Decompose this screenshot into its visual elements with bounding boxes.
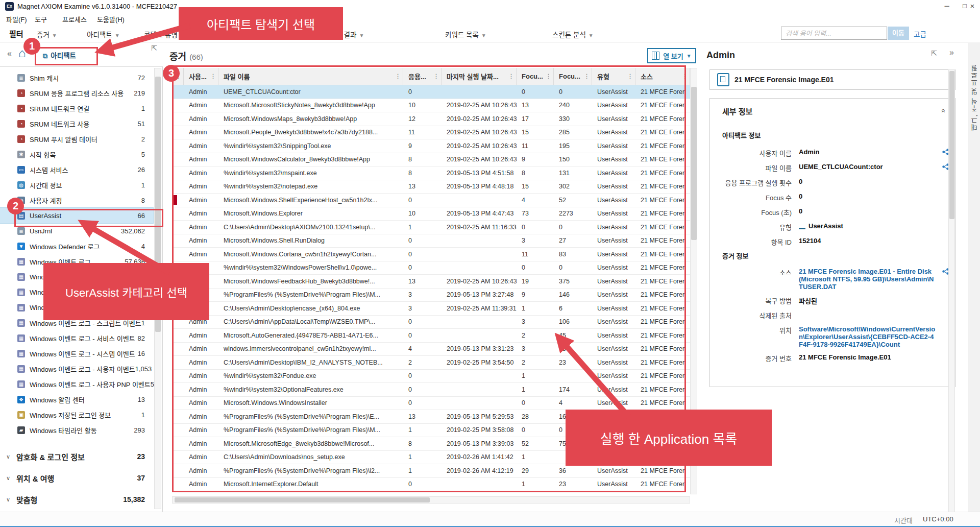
table-cell: 2019-02-25 PM 3:54:50: [442, 359, 517, 366]
table-row[interactable]: Admin%windir%\system32\mspaint.exe82019-…: [172, 166, 690, 180]
detail-field-value[interactable]: 21 MFCE Forensic Image.E01 - Entire Disk…: [799, 268, 936, 291]
toolbar-dropdown-0[interactable]: 증거▼: [37, 29, 57, 39]
table-row[interactable]: AdminC:\Users\Admin\Desktop\AXIOMv2100.1…: [172, 221, 690, 234]
column-view-button[interactable]: 열 보기 ▼: [647, 48, 696, 63]
table-row[interactable]: Admin%ProgramFiles% (%SystemDrive%\Progr…: [172, 289, 690, 302]
sidebar-item[interactable]: ▰Windows 타임라인 활동293: [0, 422, 153, 438]
table-row[interactable]: AdminMicrosoft.Windows.WindowsInstaller0…: [172, 397, 690, 411]
sidebar-item[interactable]: ▼Windows Defender 로그4: [0, 238, 153, 254]
table-cell: UserAssist: [592, 251, 635, 258]
menu-item-2[interactable]: 프로세스: [62, 14, 87, 24]
toolbar-dropdown-5[interactable]: 스킨톤 분석▼: [552, 29, 594, 39]
table-row[interactable]: AdminC:\Users\Admin\AppData\Local\Temp\W…: [172, 316, 690, 329]
column-header-3[interactable]: 응용...⋮: [403, 68, 442, 85]
sidebar-item[interactable]: ▦Windows 이벤트 로그 - 서비스 이벤트82: [0, 330, 153, 346]
column-header-7[interactable]: 유형⋮: [592, 68, 635, 85]
column-menu-icon[interactable]: ⋮: [433, 73, 439, 80]
table-row[interactable]: AdminMicrosoft.MicrosoftStickyNotes_8wek…: [172, 99, 690, 113]
column-menu-icon[interactable]: ⋮: [546, 73, 551, 80]
sidebar-item[interactable]: ▦Windows 이벤트 로그 - 사용자 PNP 이벤트53: [0, 376, 153, 392]
table-cell: 21 MFCE Forer: [635, 251, 690, 258]
search-input[interactable]: [781, 27, 887, 40]
sidebar-group[interactable]: ∨암호화 & 로그인 정보23: [0, 446, 153, 467]
sidebar-item[interactable]: ▣Windows 저장된 로그인 정보1: [0, 407, 153, 422]
table-row[interactable]: Admin%windir%\system32\notepad.exe132019…: [172, 180, 690, 194]
sidebar-item[interactable]: ❖Windows 알림 센터13: [0, 392, 153, 407]
toolbar-dropdown-1[interactable]: 아티팩트▼: [87, 29, 120, 39]
table-cell: UserAssist: [592, 291, 635, 298]
column-header-8[interactable]: 소스⋮: [635, 68, 690, 85]
close-button[interactable]: ×: [965, 1, 980, 11]
table-row[interactable]: AdminMicrosoft.WindowsFeedbackHub_8wekyb…: [172, 275, 690, 289]
tags-annotations-strip[interactable]: 태그, 주석 및 프로필: [968, 43, 980, 512]
pin-icon[interactable]: ⇱: [931, 49, 937, 57]
table-row[interactable]: Adminwindows.immersivecontrolpanel_cw5n1…: [172, 343, 690, 356]
column-menu-icon[interactable]: ⋮: [682, 73, 688, 80]
filter-button[interactable]: 필터: [9, 28, 23, 39]
sidebar-group[interactable]: ∨위치 & 여행37: [0, 467, 153, 489]
sidebar-item[interactable]: ◔SRUM 응용 프로그램 리소스 사용219: [0, 85, 153, 101]
table-row[interactable]: AdminMicrosoft.AutoGenerated.{49478E75-A…: [172, 329, 690, 343]
column-header-2[interactable]: 파일 이름⋮: [218, 68, 403, 85]
sidebar-item[interactable]: ▦Windows 이벤트 로그 - 사용자 이벤트1,053: [0, 361, 153, 376]
sidebar-item-count: 51: [138, 120, 145, 128]
sidebar-item[interactable]: ▦Windows 이벤트 로그 - 시스템 이벤트16: [0, 346, 153, 361]
column-header-1[interactable]: 사용...⋮: [184, 68, 218, 85]
table-row[interactable]: AdminMicrosoft.Windows.ShellExperienceHo…: [172, 194, 690, 207]
defender-icon: ▼: [17, 243, 25, 250]
menu-item-3[interactable]: 도움말(H): [97, 14, 125, 24]
table-row[interactable]: AdminC:\Users\Admin\Desktop\encase_(x64)…: [172, 302, 690, 316]
menu-item-1[interactable]: 도구: [35, 14, 47, 24]
table-row[interactable]: AdminC:\Users\Admin\Desktop\IBM_I2_ANALY…: [172, 356, 690, 370]
table-row[interactable]: AdminUEME_CTLCUACount:ctor000UserAssist2…: [172, 85, 690, 99]
collapse-panel-icon[interactable]: »: [949, 48, 954, 57]
toolbar-dropdown-4[interactable]: 키워드 목록▼: [445, 29, 486, 39]
minimize-button[interactable]: ─: [939, 1, 954, 11]
search-go-button[interactable]: 이동: [888, 27, 909, 40]
table-row[interactable]: AdminMicrosoft.Windows.Shell.RunDialog03…: [172, 234, 690, 248]
sidebar-item[interactable]: ◔SRUM 푸시 알림 데이터2: [0, 131, 153, 147]
column-header-5[interactable]: Focu...⋮: [517, 68, 554, 85]
table-row[interactable]: AdminMicrosoft.WindowsCalculator_8wekyb3…: [172, 153, 690, 167]
sidebar-item[interactable]: ▭시스템 서비스26: [0, 162, 153, 177]
sidebar-item[interactable]: ◔SRUM 네트워크 사용51: [0, 116, 153, 131]
column-menu-icon[interactable]: ⋮: [627, 73, 633, 80]
sidebar-item[interactable]: ≣Shim 캐시72: [0, 70, 153, 85]
table-row[interactable]: AdminMicrosoft.InternetExplorer.Default0…: [172, 478, 690, 492]
table-cell: 21 MFCE Forer: [635, 237, 690, 244]
pin-icon[interactable]: ⇱: [151, 44, 157, 52]
table-cell: 2019-02-25 AM 10:26:43: [442, 278, 517, 285]
collapse-sidebar-icon[interactable]: «: [7, 49, 12, 58]
detail-field-value[interactable]: Software\Microsoft\Windows\CurrentVersio…: [799, 325, 936, 348]
table-row[interactable]: Admin%windir%\system32\SnippingTool.exe9…: [172, 139, 690, 153]
column-menu-icon[interactable]: ⋮: [395, 73, 401, 80]
evidence-source-card[interactable]: 21 MFCE Forensic Image.E01: [709, 69, 955, 90]
column-header-6[interactable]: Focu...⋮: [554, 68, 592, 85]
column-menu-icon[interactable]: ⋮: [508, 73, 514, 80]
table-horizontal-scrollbar[interactable]: [172, 496, 690, 504]
table-row[interactable]: Admin%windir%\system32\OptionalFeatures.…: [172, 383, 690, 397]
advanced-search-link[interactable]: 고급: [914, 29, 926, 39]
details-scrollbar[interactable]: [948, 69, 955, 527]
collapse-section-icon[interactable]: «: [940, 109, 948, 113]
table-row[interactable]: AdminMicrosoft.Windows.Explorer102019-05…: [172, 207, 690, 221]
menu-item-0[interactable]: 파일(F): [6, 14, 27, 24]
detail-field: Focus 수0: [710, 190, 956, 205]
sidebar-group[interactable]: ∨맞춤형15,382: [0, 489, 153, 510]
table-row[interactable]: Admin%windir%\system32\cmd.exe32019-05-1…: [172, 491, 690, 494]
userassist-type-icon: [799, 223, 805, 229]
column-menu-icon[interactable]: ⋮: [584, 73, 590, 80]
table-row[interactable]: Admin%windir%\system32\Fondue.exe01UserA…: [172, 370, 690, 384]
table-row[interactable]: AdminMicrosoft.People_8wekyb3d8bbwe!x4c7…: [172, 126, 690, 140]
table-row[interactable]: Admin%ProgramFiles% (%SystemDrive%\Progr…: [172, 464, 690, 478]
table-row[interactable]: Admin%windir%\system32\WindowsPowerShell…: [172, 261, 690, 275]
sidebar-item[interactable]: ◍시간대 정보1: [0, 177, 153, 193]
table-cell: Admin: [184, 224, 218, 231]
sidebar-item[interactable]: ◔SRUM 네트워크 연결1: [0, 101, 153, 116]
column-menu-icon[interactable]: ⋮: [210, 73, 216, 80]
sidebar-item[interactable]: ✱시작 항목5: [0, 147, 153, 162]
column-header-4[interactable]: 마지막 실행 날짜...⋮: [442, 68, 517, 85]
table-row[interactable]: AdminMicrosoft.Windows.Cortana_cw5n1h2tx…: [172, 248, 690, 261]
table-row[interactable]: AdminMicrosoft.WindowsMaps_8wekyb3d8bbwe…: [172, 112, 690, 126]
forensic-image-name: 21 MFCE Forensic Image.E01: [734, 76, 834, 84]
